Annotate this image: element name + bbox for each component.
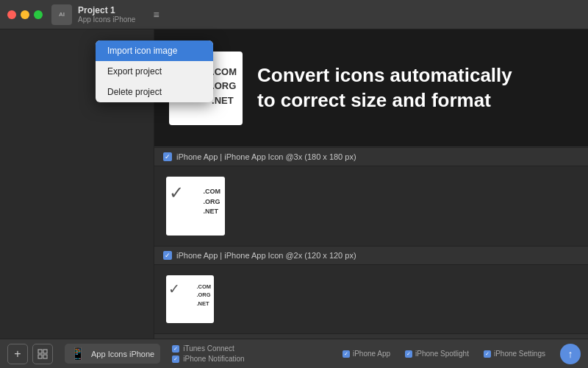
svg-rect-0 bbox=[38, 350, 42, 353]
close-button[interactable] bbox=[7, 10, 16, 19]
minimize-button[interactable] bbox=[21, 10, 29, 19]
domain-text-medium-2: .COM.ORG.NET bbox=[196, 283, 211, 308]
maximize-button[interactable] bbox=[34, 10, 43, 19]
mini-checkbox-settings[interactable]: ✓ bbox=[484, 350, 491, 358]
domain-text-large: .COM.ORG.NET bbox=[212, 65, 237, 108]
dropdown-delete[interactable]: Delete project bbox=[96, 82, 213, 102]
mini-checkbox-iphone-app[interactable]: ✓ bbox=[343, 350, 350, 358]
notification-label: iPhone Notification bbox=[183, 355, 244, 363]
main-container: ✓ .COM.ORG.NET Convert icons automatical… bbox=[0, 29, 588, 368]
mini-checkbox-notification[interactable]: ✓ bbox=[172, 355, 179, 363]
svg-rect-2 bbox=[38, 355, 42, 358]
spotlight-checkbox-row: ✓ iPhone Spotlight bbox=[405, 350, 469, 358]
bottom-option-iphone-app: ✓ iPhone App bbox=[343, 350, 390, 358]
bottom-project-item: 📱 App Icons iPhone bbox=[65, 344, 160, 364]
checkbox-1[interactable]: ✓ bbox=[163, 152, 172, 161]
settings-checkbox-row: ✓ iPhone Settings bbox=[484, 350, 545, 358]
icon-row-header-1: ✓ iPhone App | iPhone App Icon @3x (180 … bbox=[154, 147, 588, 166]
project-icon: AI bbox=[51, 4, 72, 25]
dropdown-menu: Import icon image Export project Delete … bbox=[96, 40, 213, 102]
project-text: Project 1 App Icons iPhone bbox=[78, 5, 135, 24]
icon-preview-container-2: ✓ .COM.ORG.NET bbox=[154, 265, 588, 333]
checkmark-medium-icon-1: ✓ bbox=[169, 183, 184, 203]
mini-checkbox-spotlight[interactable]: ✓ bbox=[405, 350, 412, 358]
hamburger-button[interactable]: ≡ bbox=[150, 6, 162, 24]
promo-text: Convert icons automaticallyto correct si… bbox=[257, 63, 512, 113]
icon-preview-container-1: ✓ .COM.ORG.NET bbox=[154, 166, 588, 246]
select-button[interactable] bbox=[32, 344, 53, 364]
project-info: AI Project 1 App Icons iPhone ≡ bbox=[51, 4, 162, 25]
checkbox-2[interactable]: ✓ bbox=[163, 251, 172, 260]
iphone-app-label: iPhone App bbox=[353, 350, 390, 358]
bottom-right-options: ✓ iPhone App ✓ iPhone Spotlight ✓ iPhone… bbox=[343, 344, 581, 364]
icon-row-label-2: iPhone App | iPhone App Icon @2x (120 x … bbox=[176, 251, 356, 260]
bottom-option-settings: ✓ iPhone Settings bbox=[484, 350, 545, 358]
settings-label: iPhone Settings bbox=[494, 350, 545, 358]
mini-checkbox-itunes[interactable]: ✓ bbox=[172, 345, 179, 353]
icon-section-1: ✓ iPhone App | iPhone App Icon @3x (180 … bbox=[154, 147, 588, 246]
traffic-lights bbox=[7, 10, 43, 19]
upload-button[interactable]: ↑ bbox=[560, 344, 581, 364]
content-area[interactable]: ✓ .COM.ORG.NET Convert icons automatical… bbox=[154, 29, 588, 368]
phone-icon: 📱 bbox=[71, 347, 85, 361]
bottom-checkboxes: ✓ iTunes Connect ✓ iPhone Notification bbox=[172, 344, 244, 363]
bottom-project-label: App Icons iPhone bbox=[91, 350, 154, 358]
bottom-option-spotlight: ✓ iPhone Spotlight bbox=[405, 350, 469, 358]
iphone-app-checkbox-row: ✓ iPhone App bbox=[343, 350, 390, 358]
icon-section-2: ✓ iPhone App | iPhone App Icon @2x (120 … bbox=[154, 246, 588, 333]
icon-row-label-1: iPhone App | iPhone App Icon @3x (180 x … bbox=[176, 152, 356, 161]
title-bar: AI Project 1 App Icons iPhone ≡ bbox=[0, 0, 588, 29]
icon-row-header-2: ✓ iPhone App | iPhone App Icon @2x (120 … bbox=[154, 246, 588, 265]
promo-banner: ✓ .COM.ORG.NET Convert icons automatical… bbox=[154, 29, 588, 147]
domain-text-medium-1: .COM.ORG.NET bbox=[204, 187, 221, 217]
add-button[interactable]: + bbox=[7, 344, 28, 364]
bottom-bar: + 📱 App Icons iPhone ✓ iTunes Connect ✓ … bbox=[0, 339, 588, 368]
checkmark-medium-icon-2: ✓ bbox=[168, 280, 180, 297]
bottom-checkbox-row-1: ✓ iTunes Connect bbox=[172, 344, 244, 353]
icon-preview-2: ✓ .COM.ORG.NET bbox=[166, 275, 214, 323]
svg-rect-1 bbox=[43, 350, 47, 353]
project-subtitle: App Icons iPhone bbox=[78, 15, 135, 24]
dropdown-export[interactable]: Export project bbox=[96, 61, 213, 82]
project-title: Project 1 bbox=[78, 5, 135, 15]
bottom-checkbox-row-2: ✓ iPhone Notification bbox=[172, 355, 244, 363]
itunes-label: iTunes Connect bbox=[183, 344, 234, 353]
icon-preview-1: ✓ .COM.ORG.NET bbox=[166, 177, 225, 236]
dropdown-import[interactable]: Import icon image bbox=[96, 40, 213, 61]
spotlight-label: iPhone Spotlight bbox=[415, 350, 469, 358]
svg-rect-3 bbox=[43, 355, 47, 358]
